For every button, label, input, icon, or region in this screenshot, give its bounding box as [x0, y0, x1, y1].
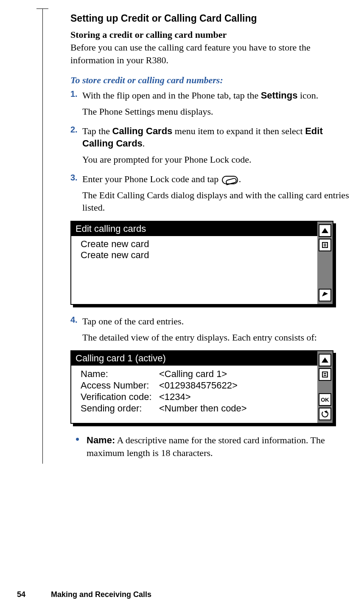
- step-3: 3. Enter your Phone Lock code and tap . …: [70, 173, 356, 214]
- scroll-up-button[interactable]: [319, 224, 331, 237]
- detail-row-access[interactable]: Access Number: <0129384575622>: [81, 380, 311, 391]
- screen-sidebar: OK: [317, 351, 333, 423]
- detail-row-verification[interactable]: Verification code: <1234>: [81, 391, 311, 403]
- page: Setting up Credit or Calling Card Callin…: [0, 0, 364, 611]
- intro-text: Before you can use the calling card feat…: [70, 41, 356, 66]
- page-number: 54: [17, 590, 25, 599]
- step-number: 3.: [70, 173, 78, 183]
- cursor-icon: [322, 292, 328, 298]
- step-result: The detailed view of the entry displays.…: [82, 331, 356, 344]
- screen-title: Edit calling cards: [71, 222, 317, 236]
- step-number: 1.: [70, 89, 78, 99]
- ok-button[interactable]: OK: [319, 393, 331, 406]
- text: menu item to expand it then select: [172, 126, 305, 136]
- scroll-up-button[interactable]: [319, 354, 331, 366]
- ok-label: OK: [321, 397, 329, 403]
- field-value: <0129384575622>: [159, 380, 238, 391]
- content: Setting up Credit or Calling Card Callin…: [42, 8, 356, 464]
- phone-ok-icon: [222, 176, 238, 184]
- step-number: 2.: [70, 125, 78, 135]
- field-label: Name:: [81, 369, 159, 380]
- ui-label: Settings: [261, 90, 298, 101]
- bullet-name: Name: A descriptive name for the stored …: [87, 434, 356, 459]
- field-value: <Calling card 1>: [159, 369, 227, 380]
- back-icon: [322, 411, 328, 417]
- step-1: 1. With the flip open and in the Phone t…: [70, 89, 356, 118]
- screen: Edit calling cards Create new card Creat…: [70, 221, 333, 305]
- step-text: Enter your Phone Lock code and tap .: [82, 173, 356, 186]
- detail-row-name[interactable]: Name: <Calling card 1>: [81, 369, 311, 380]
- text: .: [239, 174, 241, 184]
- field-label: Verification code:: [81, 391, 159, 403]
- screen-main: Calling card 1 (active) Name: <Calling c…: [71, 351, 317, 423]
- field-label: Access Number:: [81, 380, 159, 391]
- chapter-title: Making and Receiving Calls: [51, 590, 151, 599]
- bullet-text: A descriptive name for the stored card i…: [87, 435, 325, 458]
- list-item[interactable]: Create new card: [81, 250, 311, 261]
- detail-row-order[interactable]: Sending order: <Number then code>: [81, 403, 311, 414]
- triangle-up-icon: [322, 228, 328, 233]
- step-text: With the flip open and in the Phone tab,…: [82, 89, 356, 102]
- step-result: The Edit Calling Cards dialog displays a…: [82, 189, 356, 214]
- step-4: 4. Tap one of the card entries. The deta…: [70, 315, 356, 344]
- step-result: The Phone Settings menu displays.: [82, 105, 356, 118]
- section-heading: Setting up Credit or Calling Card Callin…: [70, 13, 356, 24]
- screen-main: Edit calling cards Create new card Creat…: [71, 222, 317, 304]
- screen-sidebar: [317, 222, 333, 304]
- bullet-label: Name:: [87, 435, 115, 445]
- step-2: 2. Tap the Calling Cards menu item to ex…: [70, 125, 356, 166]
- step-result: You are prompted for your Phone Lock cod…: [82, 153, 356, 166]
- screenshot-calling-card-detail: Calling card 1 (active) Name: <Calling c…: [70, 350, 333, 424]
- text: .: [143, 138, 145, 149]
- procedure-title: To store credit or calling card numbers:: [70, 75, 356, 86]
- screen: Calling card 1 (active) Name: <Calling c…: [70, 350, 333, 424]
- menu-button[interactable]: [319, 239, 331, 251]
- list-item[interactable]: Create new card: [81, 239, 311, 250]
- menu-button[interactable]: [319, 368, 331, 381]
- field-label: Sending order:: [81, 403, 159, 414]
- page-footer: 54 Making and Receiving Calls: [17, 590, 151, 599]
- step-number: 4.: [70, 315, 78, 325]
- field-value: <1234>: [159, 391, 191, 403]
- screen-body: Name: <Calling card 1> Access Number: <0…: [71, 366, 317, 423]
- cursor-button[interactable]: [319, 289, 331, 301]
- screen-body: Create new card Create new card: [71, 236, 317, 304]
- menu-icon: [322, 242, 328, 248]
- ui-label: Calling Cards: [112, 126, 173, 136]
- text: With the flip open and in the Phone tab,…: [82, 90, 261, 101]
- menu-icon: [322, 372, 328, 377]
- field-value: <Number then code>: [159, 403, 247, 414]
- screenshot-edit-calling-cards: Edit calling cards Create new card Creat…: [70, 221, 333, 305]
- text: Enter your Phone Lock code and tap: [82, 174, 221, 184]
- step-text: Tap the Calling Cards menu item to expan…: [82, 125, 356, 150]
- back-button[interactable]: [319, 408, 331, 420]
- step-text: Tap one of the card entries.: [82, 315, 356, 328]
- text: icon.: [297, 90, 318, 101]
- screen-title: Calling card 1 (active): [71, 351, 317, 366]
- triangle-up-icon: [322, 358, 328, 363]
- sub-heading: Storing a credit or calling card number: [70, 29, 356, 40]
- text: Tap the: [82, 126, 112, 136]
